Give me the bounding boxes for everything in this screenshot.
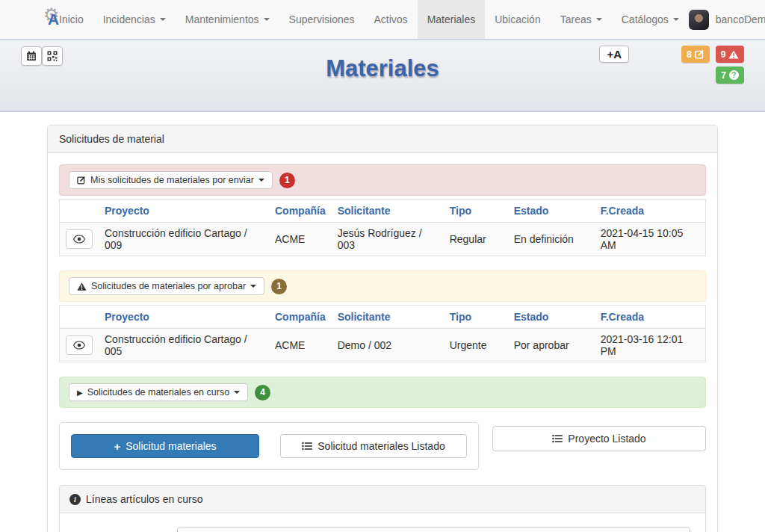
nav-item-tareas[interactable]: Tareas — [551, 0, 612, 39]
nav-item-incidencias[interactable]: Incidencias — [93, 0, 176, 39]
alerts-count: 9 — [721, 49, 726, 60]
top-navbar: ⚙ A Inicio Incidencias Mantenimientos Su… — [0, 0, 765, 40]
nav-item-ubicacion[interactable]: Ubicación — [485, 0, 550, 39]
estado-select-wrap: -Seleccione estado- — [177, 527, 690, 532]
user-name: bancoDemo — [716, 13, 765, 25]
proyecto-listado-button[interactable]: Proyecto Listado — [492, 426, 706, 451]
cell-tipo: Regular — [444, 223, 508, 256]
chevron-down-icon — [234, 391, 240, 394]
nav-item-activos[interactable]: Activos — [365, 0, 418, 39]
por-enviar-count-badge: 1 — [279, 173, 295, 188]
nav-item-label: Activos — [374, 13, 408, 25]
question-icon: ? — [729, 70, 739, 80]
estado-select[interactable]: -Seleccione estado- — [177, 527, 690, 532]
cell-proyecto: Construcción edificio Cartago / 009 — [99, 223, 269, 256]
eye-icon — [73, 235, 85, 244]
help-badge[interactable]: 7 ? — [716, 66, 744, 84]
table-row: Construcción edificio Cartago / 005 ACME… — [60, 329, 706, 362]
solicitud-listado-label: Solicitud materiales Listado — [318, 440, 445, 452]
nav-item-label: Supervisiones — [289, 13, 355, 25]
chevron-down-icon — [264, 18, 270, 21]
col-tipo: Tipo — [444, 306, 508, 329]
proyecto-listado-label: Proyecto Listado — [568, 433, 645, 445]
estado-form-row: Estado * -Seleccione estado- — [71, 527, 690, 532]
nav-item-label: Materiales — [427, 13, 476, 25]
toggle-label: Solicitudes de materiales en curso — [87, 387, 229, 398]
cell-solicitante: Demo / 002 — [332, 329, 444, 362]
nav-item-supervisiones[interactable]: Supervisiones — [279, 0, 365, 39]
actions-row: + Solicitud materiales Solicitud materia… — [59, 422, 706, 470]
user-menu[interactable]: bancoDemo — [689, 0, 765, 39]
nav-item-catalogos[interactable]: Catálogos — [612, 0, 689, 39]
col-solicitante: Solicitante — [332, 306, 444, 329]
col-tipo: Tipo — [444, 200, 508, 223]
edit-icon — [77, 176, 86, 185]
nav-item-mantenimientos[interactable]: Mantenimientos — [176, 0, 279, 39]
eye-icon — [73, 341, 85, 350]
request-actions-card: + Solicitud materiales Solicitud materia… — [59, 422, 479, 470]
solicitud-listado-button[interactable]: Solicitud materiales Listado — [280, 434, 467, 458]
en-curso-toggle-button[interactable]: ▶ Solicitudes de materiales en curso — [69, 383, 248, 401]
table-header-row: Proyecto Compañía Solicitante Tipo Estad… — [60, 306, 706, 329]
cell-tipo: Urgente — [444, 329, 508, 362]
view-request-button[interactable] — [66, 335, 93, 355]
cell-compania: ACME — [269, 329, 332, 362]
play-icon: ▶ — [77, 389, 83, 397]
en-curso-count-badge: 4 — [255, 385, 270, 400]
cell-estado: Por aprobar — [508, 329, 595, 362]
font-size-button[interactable]: +A — [599, 46, 629, 63]
nav-menu: Inicio Incidencias Mantenimientos Superv… — [49, 0, 689, 39]
cell-compania: ACME — [269, 223, 332, 256]
pending-edit-count: 8 — [687, 49, 692, 60]
warning-icon — [77, 282, 87, 291]
main-content: Solicitudes de material Mis solicitudes … — [0, 112, 765, 532]
chevron-down-icon — [258, 179, 264, 182]
col-estado: Estado — [508, 306, 595, 329]
view-request-button[interactable] — [66, 229, 93, 249]
por-enviar-toggle-button[interactable]: Mis solicitudes de materiales por enviar — [69, 171, 273, 189]
col-solicitante: Solicitante — [332, 200, 444, 223]
col-proyecto: Proyecto — [99, 306, 269, 329]
solicitudes-panel: Solicitudes de material Mis solicitudes … — [47, 125, 718, 532]
chevron-down-icon — [596, 18, 602, 21]
col-proyecto: Proyecto — [99, 200, 269, 223]
lineas-articulos-panel: i Líneas artículos en curso Estado * -Se… — [59, 485, 706, 532]
page-header: Materiales +A 8 9 7 ? — [0, 40, 765, 112]
lineas-articulos-heading: i Líneas artículos en curso — [60, 486, 705, 513]
nav-item-label: Inicio — [59, 13, 84, 25]
section-en-curso: ▶ Solicitudes de materiales en curso 4 — [59, 377, 706, 408]
nav-item-label: Incidencias — [103, 13, 155, 25]
nav-item-materiales[interactable]: Materiales — [418, 0, 486, 39]
cell-fcreada: 2021-03-16 12:01 PM — [595, 329, 706, 362]
list-icon — [302, 442, 312, 451]
por-enviar-table: Proyecto Compañía Solicitante Tipo Estad… — [59, 199, 706, 256]
pending-edit-badge[interactable]: 8 — [681, 46, 710, 63]
help-count: 7 — [721, 70, 726, 81]
cell-solicitante: Jesús Rodríguez / 003 — [332, 223, 444, 256]
new-solicitud-button[interactable]: + Solicitud materiales — [71, 434, 259, 458]
toggle-label: Mis solicitudes de materiales por enviar — [90, 175, 254, 185]
plus-icon: + — [114, 441, 120, 452]
col-compania: Compañía — [269, 306, 332, 329]
nav-item-label: Ubicación — [495, 13, 540, 25]
new-solicitud-label: Solicitud materiales — [126, 440, 216, 452]
panel-title: Solicitudes de material — [48, 126, 717, 153]
table-row: Construcción edificio Cartago / 009 ACME… — [60, 223, 706, 256]
toggle-label: Solicitudes de materiales por aprobar — [91, 281, 246, 291]
alerts-badge[interactable]: 9 — [716, 46, 744, 63]
cell-proyecto: Construcción edificio Cartago / 005 — [99, 329, 269, 362]
chevron-down-icon — [673, 18, 679, 21]
por-aprobar-toggle-button[interactable]: Solicitudes de materiales por aprobar — [69, 277, 264, 295]
section-por-aprobar: Solicitudes de materiales por aprobar 1 — [59, 270, 706, 302]
lineas-articulos-title: Líneas artículos en curso — [86, 493, 202, 505]
warning-icon — [728, 50, 739, 59]
col-compania: Compañía — [269, 200, 332, 223]
brand-letter: A — [48, 10, 59, 28]
nav-item-label: Catálogos — [622, 13, 669, 25]
app-logo[interactable]: ⚙ A — [42, 0, 49, 39]
info-icon: i — [69, 494, 81, 505]
col-estado: Estado — [508, 200, 595, 223]
table-header-row: Proyecto Compañía Solicitante Tipo Estad… — [60, 200, 706, 223]
list-icon — [552, 434, 563, 443]
cell-fcreada: 2021-04-15 10:05 AM — [595, 223, 706, 256]
